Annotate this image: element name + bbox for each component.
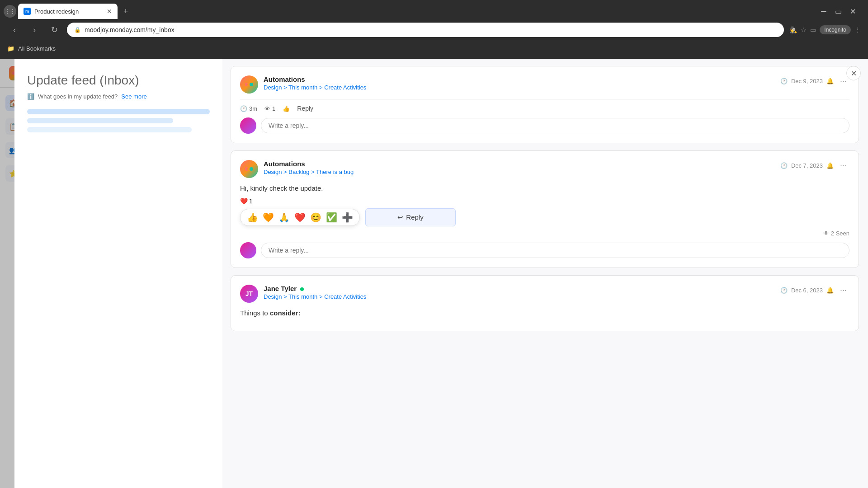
info-row: ℹ️ What goes in my update feed? See more	[27, 93, 210, 100]
info-text: What goes in my update feed?	[38, 93, 118, 100]
card-2-reply-icon: ↩	[397, 213, 403, 221]
card-1-thumb-icon: 👍	[283, 105, 290, 112]
feed-area: Automations Design > This month > Create…	[222, 59, 868, 488]
emoji-orange-heart[interactable]: 🧡	[263, 212, 274, 223]
incognito-label: Incognito	[820, 25, 851, 34]
url-text: moodjoy.monday.com/my_inbox	[85, 26, 175, 33]
card-3-info: Jane Tyler Design > This month > Create …	[264, 285, 775, 300]
window-controls: ─ ▭ ✕	[819, 7, 864, 16]
bookmarks-bar: 📁 All Bookmarks	[0, 41, 868, 56]
panel-item-2	[27, 118, 173, 123]
card-2-meta: 🕐 Dec 7, 2023 🔔 ···	[780, 160, 849, 171]
card-2-clock-icon: 🕐	[780, 162, 788, 169]
card-3-more-button[interactable]: ···	[837, 285, 849, 296]
card-2-reply-avatar	[240, 242, 256, 258]
update-panel: Update feed (Inbox) ℹ️ What goes in my u…	[14, 59, 222, 488]
card-2-info: Automations Design > Backlog > There is …	[264, 160, 775, 175]
emoji-plus[interactable]: ➕	[342, 212, 353, 223]
tab-title: Product redesign	[34, 8, 103, 15]
back-button[interactable]: ‹	[7, 23, 22, 37]
menu-icon: ⋮	[854, 26, 861, 33]
close-panel-button[interactable]: ✕	[846, 66, 861, 80]
maximize-button[interactable]: ▭	[834, 7, 843, 16]
card-2-more-button[interactable]: ···	[837, 160, 849, 171]
tab-close-button[interactable]: ✕	[107, 8, 112, 15]
card-2-heart-icon: ❤️	[240, 197, 248, 205]
browser-tab[interactable]: m Product redesign ✕	[18, 4, 118, 19]
card-2-reply-button[interactable]: ↩ Reply	[365, 208, 456, 226]
card-1-time-icon: 🕐	[240, 105, 247, 112]
svg-point-5	[250, 83, 253, 86]
card-3-sender: Jane Tyler	[264, 285, 775, 292]
card-1-divider	[240, 99, 849, 99]
card-1-reply-avatar	[240, 117, 256, 134]
address-bar[interactable]: 🔒 moodjoy.monday.com/my_inbox	[67, 23, 784, 37]
card-3-avatar: JT	[240, 285, 258, 303]
card-1-like-button[interactable]: 👍	[283, 105, 290, 112]
card-3-meta: 🕐 Dec 6, 2023 🔔 ···	[780, 285, 849, 296]
forward-button[interactable]: ›	[27, 23, 42, 37]
card-1-write-reply	[240, 117, 849, 134]
card-1-reply-link[interactable]: Reply	[297, 105, 313, 112]
svg-point-8	[250, 167, 253, 171]
address-bar-row: ‹ › ↻ 🔒 moodjoy.monday.com/my_inbox 🕵 ☆ …	[0, 19, 868, 41]
card-3-body-bold: consider:	[270, 309, 301, 317]
card-1-views-stat: 👁 1	[264, 105, 275, 112]
card-1-date: Dec 9, 2023	[791, 78, 823, 84]
card-2-heart-reaction[interactable]: ❤️ 1	[240, 197, 253, 205]
emoji-pray[interactable]: 🙏	[278, 212, 290, 223]
browser-chrome: ⋮⋮ m Product redesign ✕ + ─ ▭ ✕ ‹ › ↻ 🔒 …	[0, 0, 868, 59]
feed-card-2: Automations Design > Backlog > There is …	[231, 150, 859, 268]
card-3-bell-icon: 🔔	[826, 287, 834, 294]
minimize-button[interactable]: ─	[819, 7, 828, 16]
app-background: monday work management ✦ See plans 🔔 📬 3…	[0, 59, 868, 488]
see-more-link[interactable]: See more	[121, 93, 146, 100]
info-icon: ℹ️	[27, 93, 34, 100]
card-1-reply-input[interactable]	[261, 118, 849, 133]
emoji-check[interactable]: ✅	[326, 212, 337, 223]
card-1-avatar	[240, 75, 258, 94]
card-2-action-row: 👍 🧡 🙏 ❤️ 😊 ✅ ➕ ↩ Reply	[240, 208, 849, 226]
card-3-breadcrumb-text: Design > This month > Create Activities	[264, 293, 366, 300]
card-2-footer: 👁 2 Seen	[240, 230, 849, 237]
card-1-views: 1	[272, 105, 275, 112]
new-tab-button[interactable]: +	[119, 5, 132, 18]
emoji-smile[interactable]: 😊	[310, 212, 321, 223]
tab-grid-button[interactable]: ⋮⋮	[4, 5, 16, 18]
card-3-clock-icon: 🕐	[780, 287, 788, 294]
refresh-button[interactable]: ↻	[47, 23, 61, 37]
card-2-write-reply	[240, 242, 849, 258]
card-1-time-ago: 3m	[249, 105, 257, 112]
emoji-thumbsup[interactable]: 👍	[247, 212, 258, 223]
card-2-reply-input[interactable]	[261, 243, 849, 258]
card-1-breadcrumb-text: Design > This month > Create Activities	[264, 84, 366, 91]
card-2-bell-icon: 🔔	[826, 162, 834, 169]
panel-title: Update feed (Inbox)	[27, 73, 210, 88]
emoji-toolbar: 👍 🧡 🙏 ❤️ 😊 ✅ ➕	[240, 209, 360, 226]
emoji-heart[interactable]: ❤️	[294, 212, 306, 223]
card-2-reply-label: Reply	[406, 213, 423, 221]
card-1-header: Automations Design > This month > Create…	[240, 75, 849, 94]
card-3-breadcrumb: Design > This month > Create Activities	[264, 293, 775, 300]
bookmarks-label: All Bookmarks	[18, 45, 56, 52]
card-2-breadcrumb-text: Design > Backlog > There is a bug	[264, 169, 354, 175]
card-1-meta: 🕐 Dec 9, 2023 🔔 ···	[780, 75, 849, 87]
address-bar-right: 🕵 ☆ ▭ Incognito ⋮	[789, 25, 861, 34]
panel-item-3	[27, 127, 192, 132]
panel-item-1	[27, 109, 210, 114]
card-2-header: Automations Design > Backlog > There is …	[240, 160, 849, 178]
card-2-avatar	[240, 160, 258, 178]
card-2-sender: Automations	[264, 160, 775, 168]
card-1-eye-icon: 👁	[264, 105, 270, 112]
close-button[interactable]: ✕	[848, 7, 857, 16]
card-2-breadcrumb: Design > Backlog > There is a bug	[264, 169, 775, 175]
card-2-seen-icon: 👁	[823, 230, 829, 237]
card-2-heart-count: 1	[249, 197, 253, 205]
lock-icon: 🔒	[74, 27, 81, 33]
card-2-reactions: ❤️ 1	[240, 197, 849, 205]
star-icon: ☆	[801, 26, 807, 33]
bookmarks-icon: 📁	[7, 45, 14, 52]
profile-icon: ▭	[810, 26, 816, 33]
card-1-sender: Automations	[264, 75, 775, 83]
card-3-online-dot	[300, 287, 304, 291]
